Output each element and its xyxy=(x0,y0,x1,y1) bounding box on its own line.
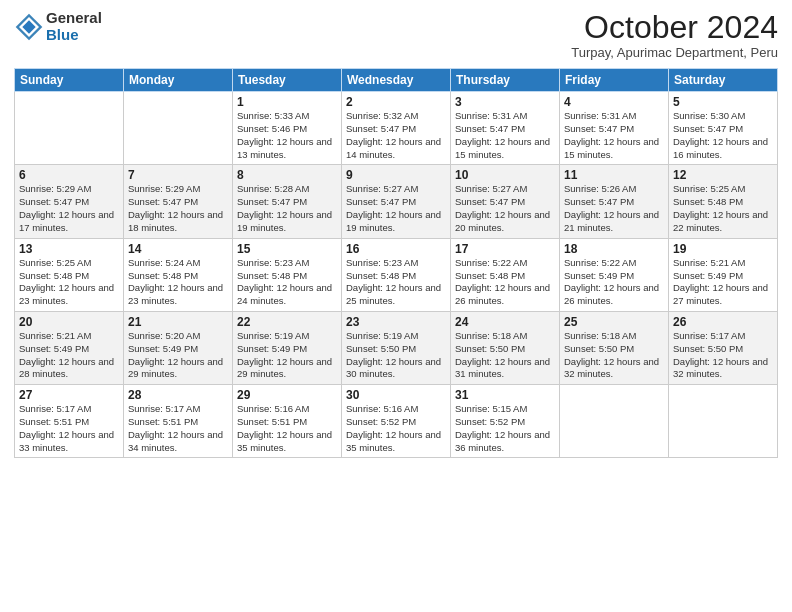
calendar-cell: 21Sunrise: 5:20 AM Sunset: 5:49 PM Dayli… xyxy=(124,311,233,384)
cell-date: 9 xyxy=(346,168,446,182)
calendar-week-row-1: 1Sunrise: 5:33 AM Sunset: 5:46 PM Daylig… xyxy=(15,92,778,165)
cell-info: Sunrise: 5:23 AM Sunset: 5:48 PM Dayligh… xyxy=(346,257,446,308)
calendar-cell xyxy=(560,385,669,458)
cell-date: 3 xyxy=(455,95,555,109)
cell-date: 12 xyxy=(673,168,773,182)
calendar-cell: 18Sunrise: 5:22 AM Sunset: 5:49 PM Dayli… xyxy=(560,238,669,311)
cell-info: Sunrise: 5:27 AM Sunset: 5:47 PM Dayligh… xyxy=(455,183,555,234)
calendar-cell: 1Sunrise: 5:33 AM Sunset: 5:46 PM Daylig… xyxy=(233,92,342,165)
logo: General Blue xyxy=(14,10,102,43)
cell-info: Sunrise: 5:27 AM Sunset: 5:47 PM Dayligh… xyxy=(346,183,446,234)
calendar-cell: 9Sunrise: 5:27 AM Sunset: 5:47 PM Daylig… xyxy=(342,165,451,238)
cell-date: 20 xyxy=(19,315,119,329)
cell-info: Sunrise: 5:33 AM Sunset: 5:46 PM Dayligh… xyxy=(237,110,337,161)
cell-info: Sunrise: 5:29 AM Sunset: 5:47 PM Dayligh… xyxy=(19,183,119,234)
cell-date: 7 xyxy=(128,168,228,182)
calendar-cell: 26Sunrise: 5:17 AM Sunset: 5:50 PM Dayli… xyxy=(669,311,778,384)
calendar-cell xyxy=(669,385,778,458)
calendar-cell: 16Sunrise: 5:23 AM Sunset: 5:48 PM Dayli… xyxy=(342,238,451,311)
col-monday: Monday xyxy=(124,69,233,92)
cell-info: Sunrise: 5:17 AM Sunset: 5:51 PM Dayligh… xyxy=(128,403,228,454)
calendar-cell: 20Sunrise: 5:21 AM Sunset: 5:49 PM Dayli… xyxy=(15,311,124,384)
cell-date: 21 xyxy=(128,315,228,329)
calendar-cell: 23Sunrise: 5:19 AM Sunset: 5:50 PM Dayli… xyxy=(342,311,451,384)
cell-info: Sunrise: 5:16 AM Sunset: 5:52 PM Dayligh… xyxy=(346,403,446,454)
cell-info: Sunrise: 5:21 AM Sunset: 5:49 PM Dayligh… xyxy=(673,257,773,308)
calendar-cell: 17Sunrise: 5:22 AM Sunset: 5:48 PM Dayli… xyxy=(451,238,560,311)
cell-date: 5 xyxy=(673,95,773,109)
cell-info: Sunrise: 5:22 AM Sunset: 5:49 PM Dayligh… xyxy=(564,257,664,308)
calendar-cell: 15Sunrise: 5:23 AM Sunset: 5:48 PM Dayli… xyxy=(233,238,342,311)
calendar-cell: 29Sunrise: 5:16 AM Sunset: 5:51 PM Dayli… xyxy=(233,385,342,458)
col-tuesday: Tuesday xyxy=(233,69,342,92)
cell-date: 6 xyxy=(19,168,119,182)
logo-general: General xyxy=(46,10,102,27)
calendar-cell: 7Sunrise: 5:29 AM Sunset: 5:47 PM Daylig… xyxy=(124,165,233,238)
calendar-cell: 13Sunrise: 5:25 AM Sunset: 5:48 PM Dayli… xyxy=(15,238,124,311)
calendar-cell: 28Sunrise: 5:17 AM Sunset: 5:51 PM Dayli… xyxy=(124,385,233,458)
cell-date: 22 xyxy=(237,315,337,329)
calendar-cell: 3Sunrise: 5:31 AM Sunset: 5:47 PM Daylig… xyxy=(451,92,560,165)
calendar-cell: 2Sunrise: 5:32 AM Sunset: 5:47 PM Daylig… xyxy=(342,92,451,165)
calendar-cell: 19Sunrise: 5:21 AM Sunset: 5:49 PM Dayli… xyxy=(669,238,778,311)
col-thursday: Thursday xyxy=(451,69,560,92)
calendar-cell: 24Sunrise: 5:18 AM Sunset: 5:50 PM Dayli… xyxy=(451,311,560,384)
cell-info: Sunrise: 5:22 AM Sunset: 5:48 PM Dayligh… xyxy=(455,257,555,308)
cell-date: 16 xyxy=(346,242,446,256)
cell-date: 29 xyxy=(237,388,337,402)
col-sunday: Sunday xyxy=(15,69,124,92)
calendar-cell: 27Sunrise: 5:17 AM Sunset: 5:51 PM Dayli… xyxy=(15,385,124,458)
cell-date: 2 xyxy=(346,95,446,109)
calendar-cell: 5Sunrise: 5:30 AM Sunset: 5:47 PM Daylig… xyxy=(669,92,778,165)
calendar-cell: 12Sunrise: 5:25 AM Sunset: 5:48 PM Dayli… xyxy=(669,165,778,238)
calendar-header-row: Sunday Monday Tuesday Wednesday Thursday… xyxy=(15,69,778,92)
title-block: October 2024 Turpay, Apurimac Department… xyxy=(571,10,778,60)
cell-info: Sunrise: 5:20 AM Sunset: 5:49 PM Dayligh… xyxy=(128,330,228,381)
cell-info: Sunrise: 5:23 AM Sunset: 5:48 PM Dayligh… xyxy=(237,257,337,308)
cell-date: 15 xyxy=(237,242,337,256)
month-title: October 2024 xyxy=(571,10,778,45)
cell-date: 26 xyxy=(673,315,773,329)
cell-info: Sunrise: 5:16 AM Sunset: 5:51 PM Dayligh… xyxy=(237,403,337,454)
cell-date: 31 xyxy=(455,388,555,402)
calendar-week-row-5: 27Sunrise: 5:17 AM Sunset: 5:51 PM Dayli… xyxy=(15,385,778,458)
cell-info: Sunrise: 5:31 AM Sunset: 5:47 PM Dayligh… xyxy=(455,110,555,161)
cell-info: Sunrise: 5:19 AM Sunset: 5:49 PM Dayligh… xyxy=(237,330,337,381)
cell-date: 13 xyxy=(19,242,119,256)
calendar-week-row-2: 6Sunrise: 5:29 AM Sunset: 5:47 PM Daylig… xyxy=(15,165,778,238)
col-saturday: Saturday xyxy=(669,69,778,92)
calendar-cell: 14Sunrise: 5:24 AM Sunset: 5:48 PM Dayli… xyxy=(124,238,233,311)
calendar-week-row-4: 20Sunrise: 5:21 AM Sunset: 5:49 PM Dayli… xyxy=(15,311,778,384)
logo-icon xyxy=(14,12,44,42)
calendar-cell: 8Sunrise: 5:28 AM Sunset: 5:47 PM Daylig… xyxy=(233,165,342,238)
cell-date: 17 xyxy=(455,242,555,256)
calendar-cell: 30Sunrise: 5:16 AM Sunset: 5:52 PM Dayli… xyxy=(342,385,451,458)
cell-info: Sunrise: 5:25 AM Sunset: 5:48 PM Dayligh… xyxy=(673,183,773,234)
calendar-cell xyxy=(124,92,233,165)
calendar-cell: 10Sunrise: 5:27 AM Sunset: 5:47 PM Dayli… xyxy=(451,165,560,238)
cell-date: 11 xyxy=(564,168,664,182)
calendar-cell: 6Sunrise: 5:29 AM Sunset: 5:47 PM Daylig… xyxy=(15,165,124,238)
calendar-cell: 4Sunrise: 5:31 AM Sunset: 5:47 PM Daylig… xyxy=(560,92,669,165)
cell-date: 25 xyxy=(564,315,664,329)
calendar-cell: 31Sunrise: 5:15 AM Sunset: 5:52 PM Dayli… xyxy=(451,385,560,458)
cell-info: Sunrise: 5:24 AM Sunset: 5:48 PM Dayligh… xyxy=(128,257,228,308)
calendar-cell: 25Sunrise: 5:18 AM Sunset: 5:50 PM Dayli… xyxy=(560,311,669,384)
logo-text: General Blue xyxy=(46,10,102,43)
cell-date: 24 xyxy=(455,315,555,329)
cell-info: Sunrise: 5:21 AM Sunset: 5:49 PM Dayligh… xyxy=(19,330,119,381)
cell-info: Sunrise: 5:15 AM Sunset: 5:52 PM Dayligh… xyxy=(455,403,555,454)
cell-date: 19 xyxy=(673,242,773,256)
cell-info: Sunrise: 5:29 AM Sunset: 5:47 PM Dayligh… xyxy=(128,183,228,234)
calendar-week-row-3: 13Sunrise: 5:25 AM Sunset: 5:48 PM Dayli… xyxy=(15,238,778,311)
calendar-table: Sunday Monday Tuesday Wednesday Thursday… xyxy=(14,68,778,458)
cell-date: 23 xyxy=(346,315,446,329)
cell-date: 8 xyxy=(237,168,337,182)
cell-date: 30 xyxy=(346,388,446,402)
cell-date: 18 xyxy=(564,242,664,256)
cell-date: 10 xyxy=(455,168,555,182)
cell-info: Sunrise: 5:32 AM Sunset: 5:47 PM Dayligh… xyxy=(346,110,446,161)
cell-info: Sunrise: 5:18 AM Sunset: 5:50 PM Dayligh… xyxy=(564,330,664,381)
cell-date: 4 xyxy=(564,95,664,109)
cell-date: 1 xyxy=(237,95,337,109)
